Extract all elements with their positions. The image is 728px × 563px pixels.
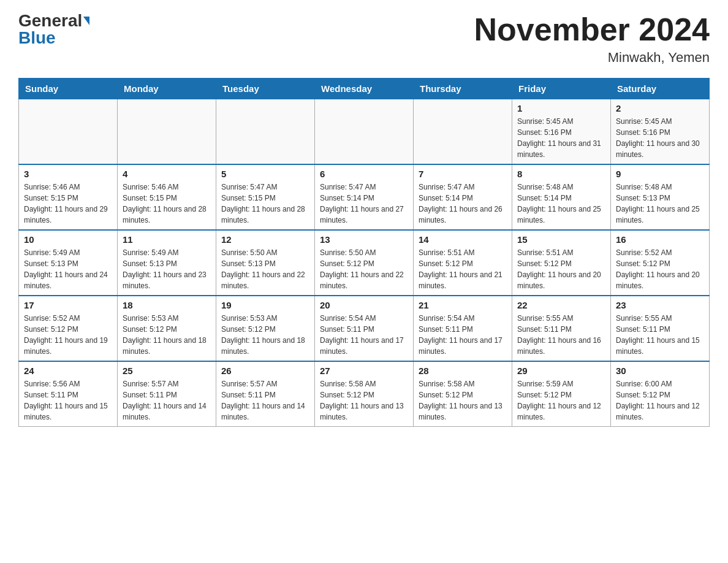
calendar-cell: 30Sunrise: 6:00 AMSunset: 5:12 PMDayligh… xyxy=(611,361,710,427)
calendar-cell: 20Sunrise: 5:54 AMSunset: 5:11 PMDayligh… xyxy=(315,296,414,361)
day-number: 8 xyxy=(517,169,605,179)
day-info: Sunrise: 6:00 AMSunset: 5:12 PMDaylight:… xyxy=(616,378,704,423)
calendar-cell xyxy=(315,99,414,165)
month-title: November 2024 xyxy=(474,12,710,47)
calendar-cell: 19Sunrise: 5:53 AMSunset: 5:12 PMDayligh… xyxy=(216,296,315,361)
day-number: 3 xyxy=(24,169,112,179)
day-info: Sunrise: 5:57 AMSunset: 5:11 PMDaylight:… xyxy=(221,378,309,423)
calendar-cell: 9Sunrise: 5:48 AMSunset: 5:13 PMDaylight… xyxy=(611,164,710,230)
day-info: Sunrise: 5:54 AMSunset: 5:11 PMDaylight:… xyxy=(320,313,408,357)
calendar-cell: 5Sunrise: 5:47 AMSunset: 5:15 PMDaylight… xyxy=(216,164,315,230)
day-info: Sunrise: 5:53 AMSunset: 5:12 PMDaylight:… xyxy=(221,313,309,357)
day-number: 2 xyxy=(616,103,704,113)
day-number: 17 xyxy=(24,300,112,310)
day-number: 21 xyxy=(419,300,507,310)
day-info: Sunrise: 5:45 AMSunset: 5:16 PMDaylight:… xyxy=(616,116,704,160)
calendar-cell: 24Sunrise: 5:56 AMSunset: 5:11 PMDayligh… xyxy=(19,361,118,427)
day-info: Sunrise: 5:53 AMSunset: 5:12 PMDaylight:… xyxy=(123,313,211,357)
day-number: 28 xyxy=(419,366,507,376)
day-info: Sunrise: 5:47 AMSunset: 5:14 PMDaylight:… xyxy=(419,182,507,226)
calendar-cell: 6Sunrise: 5:47 AMSunset: 5:14 PMDaylight… xyxy=(315,164,414,230)
weekday-header-wednesday: Wednesday xyxy=(315,79,414,99)
day-number: 1 xyxy=(517,103,605,113)
calendar-cell: 4Sunrise: 5:46 AMSunset: 5:15 PMDaylight… xyxy=(118,164,216,230)
day-info: Sunrise: 5:55 AMSunset: 5:11 PMDaylight:… xyxy=(517,313,605,357)
day-number: 14 xyxy=(419,234,507,245)
calendar-cell: 12Sunrise: 5:50 AMSunset: 5:13 PMDayligh… xyxy=(216,230,315,296)
day-info: Sunrise: 5:59 AMSunset: 5:12 PMDaylight:… xyxy=(517,378,605,423)
page-header: General Blue November 2024 Minwakh, Yeme… xyxy=(18,12,710,66)
day-info: Sunrise: 5:57 AMSunset: 5:11 PMDaylight:… xyxy=(123,378,211,423)
calendar-cell: 25Sunrise: 5:57 AMSunset: 5:11 PMDayligh… xyxy=(118,361,216,427)
day-number: 10 xyxy=(24,234,112,245)
day-number: 20 xyxy=(320,300,408,310)
weekday-header-tuesday: Tuesday xyxy=(216,79,315,99)
calendar-week-2: 3Sunrise: 5:46 AMSunset: 5:15 PMDaylight… xyxy=(19,164,710,230)
calendar-cell: 2Sunrise: 5:45 AMSunset: 5:16 PMDaylight… xyxy=(611,99,710,165)
calendar-cell: 16Sunrise: 5:52 AMSunset: 5:12 PMDayligh… xyxy=(611,230,710,296)
calendar-cell: 7Sunrise: 5:47 AMSunset: 5:14 PMDaylight… xyxy=(414,164,512,230)
day-info: Sunrise: 5:52 AMSunset: 5:12 PMDaylight:… xyxy=(616,247,704,291)
day-info: Sunrise: 5:50 AMSunset: 5:13 PMDaylight:… xyxy=(221,247,309,291)
day-number: 26 xyxy=(221,366,309,376)
calendar-cell xyxy=(118,99,216,165)
day-info: Sunrise: 5:45 AMSunset: 5:16 PMDaylight:… xyxy=(517,116,605,160)
day-info: Sunrise: 5:54 AMSunset: 5:11 PMDaylight:… xyxy=(419,313,507,357)
day-number: 11 xyxy=(123,234,211,245)
day-info: Sunrise: 5:51 AMSunset: 5:12 PMDaylight:… xyxy=(517,247,605,291)
calendar-cell: 13Sunrise: 5:50 AMSunset: 5:12 PMDayligh… xyxy=(315,230,414,296)
day-number: 24 xyxy=(24,366,112,376)
weekday-header-friday: Friday xyxy=(512,79,611,99)
day-info: Sunrise: 5:58 AMSunset: 5:12 PMDaylight:… xyxy=(320,378,408,423)
logo: General Blue xyxy=(18,12,89,47)
day-info: Sunrise: 5:51 AMSunset: 5:12 PMDaylight:… xyxy=(419,247,507,291)
day-number: 9 xyxy=(616,169,704,179)
calendar-cell: 17Sunrise: 5:52 AMSunset: 5:12 PMDayligh… xyxy=(19,296,118,361)
logo-blue-text: Blue xyxy=(18,29,56,47)
calendar-cell xyxy=(19,99,118,165)
weekday-header-row: SundayMondayTuesdayWednesdayThursdayFrid… xyxy=(19,79,710,99)
weekday-header-saturday: Saturday xyxy=(611,79,710,99)
calendar-cell: 14Sunrise: 5:51 AMSunset: 5:12 PMDayligh… xyxy=(414,230,512,296)
calendar-week-1: 1Sunrise: 5:45 AMSunset: 5:16 PMDaylight… xyxy=(19,99,710,165)
logo-triangle-icon xyxy=(83,17,89,25)
calendar-cell: 22Sunrise: 5:55 AMSunset: 5:11 PMDayligh… xyxy=(512,296,611,361)
calendar-cell: 1Sunrise: 5:45 AMSunset: 5:16 PMDaylight… xyxy=(512,99,611,165)
weekday-header-thursday: Thursday xyxy=(414,79,512,99)
day-info: Sunrise: 5:46 AMSunset: 5:15 PMDaylight:… xyxy=(123,182,211,226)
calendar-cell: 27Sunrise: 5:58 AMSunset: 5:12 PMDayligh… xyxy=(315,361,414,427)
calendar-cell: 28Sunrise: 5:58 AMSunset: 5:12 PMDayligh… xyxy=(414,361,512,427)
location-title: Minwakh, Yemen xyxy=(474,50,710,66)
calendar-week-4: 17Sunrise: 5:52 AMSunset: 5:12 PMDayligh… xyxy=(19,296,710,361)
calendar-cell: 10Sunrise: 5:49 AMSunset: 5:13 PMDayligh… xyxy=(19,230,118,296)
day-info: Sunrise: 5:56 AMSunset: 5:11 PMDaylight:… xyxy=(24,378,112,423)
day-info: Sunrise: 5:47 AMSunset: 5:15 PMDaylight:… xyxy=(221,182,309,226)
day-number: 29 xyxy=(517,366,605,376)
day-info: Sunrise: 5:52 AMSunset: 5:12 PMDaylight:… xyxy=(24,313,112,357)
calendar-cell xyxy=(414,99,512,165)
day-info: Sunrise: 5:48 AMSunset: 5:13 PMDaylight:… xyxy=(616,182,704,226)
day-number: 7 xyxy=(419,169,507,179)
day-number: 27 xyxy=(320,366,408,376)
day-info: Sunrise: 5:48 AMSunset: 5:14 PMDaylight:… xyxy=(517,182,605,226)
calendar-cell: 15Sunrise: 5:51 AMSunset: 5:12 PMDayligh… xyxy=(512,230,611,296)
title-section: November 2024 Minwakh, Yemen xyxy=(474,12,710,66)
logo-general-text: General xyxy=(18,12,82,29)
day-number: 12 xyxy=(221,234,309,245)
day-number: 6 xyxy=(320,169,408,179)
day-number: 16 xyxy=(616,234,704,245)
calendar-cell: 23Sunrise: 5:55 AMSunset: 5:11 PMDayligh… xyxy=(611,296,710,361)
day-info: Sunrise: 5:55 AMSunset: 5:11 PMDaylight:… xyxy=(616,313,704,357)
day-number: 22 xyxy=(517,300,605,310)
day-number: 30 xyxy=(616,366,704,376)
day-info: Sunrise: 5:49 AMSunset: 5:13 PMDaylight:… xyxy=(123,247,211,291)
calendar-table: SundayMondayTuesdayWednesdayThursdayFrid… xyxy=(18,78,710,427)
day-number: 18 xyxy=(123,300,211,310)
day-info: Sunrise: 5:50 AMSunset: 5:12 PMDaylight:… xyxy=(320,247,408,291)
calendar-cell: 11Sunrise: 5:49 AMSunset: 5:13 PMDayligh… xyxy=(118,230,216,296)
calendar-cell: 21Sunrise: 5:54 AMSunset: 5:11 PMDayligh… xyxy=(414,296,512,361)
day-info: Sunrise: 5:47 AMSunset: 5:14 PMDaylight:… xyxy=(320,182,408,226)
calendar-week-5: 24Sunrise: 5:56 AMSunset: 5:11 PMDayligh… xyxy=(19,361,710,427)
day-number: 13 xyxy=(320,234,408,245)
day-info: Sunrise: 5:49 AMSunset: 5:13 PMDaylight:… xyxy=(24,247,112,291)
